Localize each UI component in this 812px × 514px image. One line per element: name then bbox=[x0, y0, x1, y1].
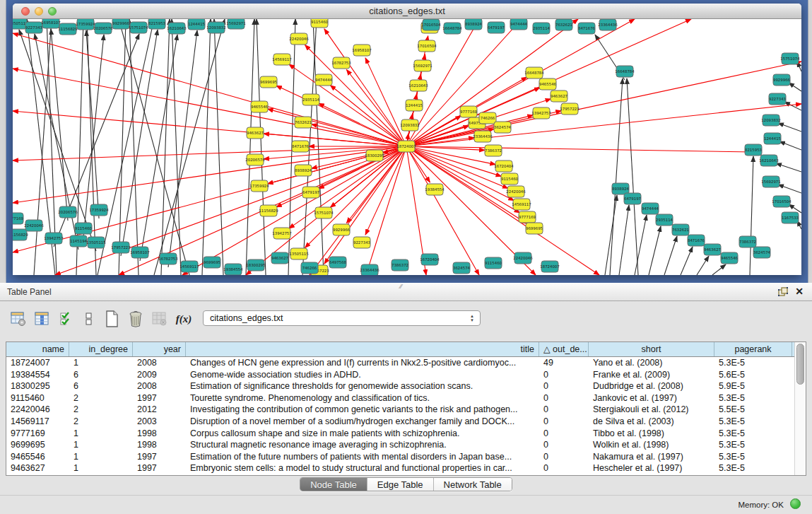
network-node[interactable]: 19384554 bbox=[223, 264, 243, 275]
network-node[interactable]: 9227343 bbox=[769, 93, 786, 105]
table-cell-year[interactable]: 1998 bbox=[133, 439, 186, 451]
table-row[interactable]: 1872400712008Changes of HCN gene express… bbox=[6, 357, 806, 369]
table-cell-name[interactable]: 9463627 bbox=[6, 462, 69, 474]
citation-edge[interactable] bbox=[154, 19, 225, 275]
network-node[interactable]: 1244415 bbox=[406, 100, 423, 111]
table-cell-name[interactable]: 9777169 bbox=[6, 428, 69, 440]
citation-edge[interactable] bbox=[697, 256, 709, 275]
table-row[interactable]: 1830029562008Estimation of significance … bbox=[6, 380, 806, 392]
scrollbar-thumb[interactable] bbox=[796, 344, 804, 385]
table-cell-in_degree[interactable]: 1 bbox=[69, 439, 133, 451]
network-node[interactable]: 14569117 bbox=[272, 54, 291, 65]
network-node[interactable]: 9929966 bbox=[773, 74, 791, 86]
network-window-titlebar[interactable]: citations_edges.txt bbox=[13, 4, 801, 19]
table-cell-in_degree[interactable]: 2 bbox=[69, 392, 133, 404]
table-cell-title[interactable]: Structural magnetic resonance image aver… bbox=[186, 439, 539, 451]
citation-edge[interactable] bbox=[19, 30, 96, 251]
vertical-scrollbar[interactable] bbox=[794, 342, 806, 475]
splitter-grip[interactable]: ⁄⁄ bbox=[400, 284, 410, 289]
citation-edge[interactable] bbox=[779, 141, 801, 150]
table-cell-year[interactable]: 1997 bbox=[133, 451, 186, 463]
hub-citation-edge[interactable] bbox=[406, 146, 527, 224]
network-node[interactable]: 20206576 bbox=[93, 23, 113, 34]
column-header-title[interactable]: title bbox=[186, 342, 539, 356]
table-cell-name[interactable]: 9465546 bbox=[6, 451, 69, 463]
network-node[interactable]: 16648784 bbox=[442, 23, 462, 34]
network-node[interactable]: 16720404 bbox=[420, 254, 440, 265]
network-node[interactable]: 16648784 bbox=[615, 66, 635, 77]
network-node[interactable]: 15692971 bbox=[761, 176, 780, 187]
network-node[interactable]: 2935114 bbox=[656, 214, 673, 226]
table-cell-in_degree[interactable]: 1 bbox=[69, 357, 133, 369]
table-cell-year[interactable]: 2003 bbox=[133, 416, 186, 428]
table-row[interactable]: 2242004622012Investigating the contribut… bbox=[6, 404, 806, 416]
table-cell-short[interactable]: Nakamura et al. (1997) bbox=[589, 451, 714, 463]
table-cell-short[interactable]: Tibbo et al. (1998) bbox=[589, 428, 714, 440]
network-node[interactable]: 12093832 bbox=[761, 115, 780, 126]
table-cell-name[interactable]: 14569117 bbox=[6, 416, 69, 428]
new-file-icon[interactable] bbox=[103, 310, 120, 328]
table-cell-title[interactable]: Corpus callosum shape and size in male p… bbox=[186, 428, 539, 440]
network-node[interactable]: 13942757 bbox=[272, 228, 291, 239]
network-node[interactable]: 18724007 bbox=[540, 261, 559, 272]
table-cell-title[interactable]: Genome-wide association studies in ADHD. bbox=[186, 369, 539, 381]
network-node[interactable]: 8471676 bbox=[578, 23, 596, 34]
citation-edge[interactable] bbox=[784, 102, 801, 110]
network-node[interactable]: 9699695 bbox=[204, 257, 220, 268]
table-cell-title[interactable]: Estimation of significance thresholds fo… bbox=[186, 380, 539, 392]
hub-citation-edge[interactable] bbox=[13, 146, 406, 160]
network-node[interactable]: 13505115 bbox=[86, 237, 105, 248]
network-node[interactable]: 7632621 bbox=[672, 224, 689, 235]
hub-network-node[interactable]: 18724007 bbox=[396, 141, 416, 152]
table-row[interactable]: 946554611997Estimation of the future num… bbox=[6, 451, 806, 463]
network-node[interactable]: 9463627 bbox=[247, 127, 264, 139]
network-node[interactable]: 16782753 bbox=[158, 253, 177, 264]
network-node[interactable]: 22420046 bbox=[513, 252, 533, 264]
network-node[interactable]: 9463627 bbox=[551, 90, 567, 102]
table-cell-name[interactable]: 18724007 bbox=[6, 357, 69, 369]
table-cell-in_degree[interactable]: 2 bbox=[69, 404, 133, 416]
network-node[interactable]: 6479197 bbox=[624, 193, 641, 204]
network-node[interactable]: 23364436 bbox=[598, 19, 618, 30]
citation-edge[interactable] bbox=[202, 19, 211, 275]
network-node[interactable]: 11156829 bbox=[58, 23, 78, 35]
network-node[interactable]: 2935114 bbox=[533, 23, 551, 34]
network-node[interactable]: 17359924 bbox=[89, 204, 109, 216]
network-node[interactable]: 16210643 bbox=[167, 23, 186, 34]
network-node[interactable]: 18300295 bbox=[246, 259, 265, 271]
table-cell-pagerank[interactable]: 5.3E-5 bbox=[714, 416, 792, 428]
table-cell-name[interactable]: 18300295 bbox=[6, 380, 69, 392]
network-node[interactable]: 22420046 bbox=[506, 186, 526, 197]
network-node[interactable]: 17016504 bbox=[417, 40, 437, 52]
network-node[interactable]: 1167533 bbox=[782, 212, 799, 223]
network-node[interactable]: 12093832 bbox=[400, 119, 419, 131]
table-cell-in_degree[interactable]: 1 bbox=[69, 428, 133, 440]
network-node[interactable]: 16958107 bbox=[352, 45, 371, 56]
zoom-window-button[interactable] bbox=[48, 7, 57, 16]
column-header-out_degree[interactable]: △ out_de... bbox=[539, 342, 589, 356]
network-node[interactable]: 9777169 bbox=[13, 213, 24, 224]
network-node[interactable]: 8215953 bbox=[745, 144, 762, 156]
network-node[interactable]: 8215953 bbox=[148, 19, 165, 29]
network-node[interactable]: 17957223 bbox=[560, 103, 579, 115]
table-cell-in_degree[interactable]: 6 bbox=[69, 369, 133, 381]
network-node[interactable]: 15751074 bbox=[129, 22, 148, 33]
table-row[interactable]: 911546021997Tourette syndrome. Phenomeno… bbox=[6, 392, 806, 404]
table-cell-short[interactable]: Hescheler et al. (1997) bbox=[589, 462, 714, 474]
table-selector-dropdown[interactable]: citations_edges.txt ▲▼ bbox=[203, 310, 481, 326]
table-cell-title[interactable]: Disruption of a novel member of a sodium… bbox=[186, 416, 539, 428]
citation-edge[interactable] bbox=[681, 247, 693, 275]
table-cell-title[interactable]: Tourette syndrome. Phenomenology and cla… bbox=[186, 392, 539, 404]
table-cell-out_degree[interactable]: 0 bbox=[539, 392, 589, 404]
table-cell-out_degree[interactable]: 0 bbox=[539, 369, 589, 381]
citation-edge[interactable] bbox=[119, 19, 126, 275]
table-cell-out_degree[interactable]: 0 bbox=[539, 380, 589, 392]
network-node[interactable]: 18300295 bbox=[365, 150, 384, 161]
network-node[interactable]: 9929966 bbox=[112, 19, 130, 29]
table-cell-year[interactable]: 2012 bbox=[133, 404, 186, 416]
column-header-short[interactable]: short bbox=[589, 342, 714, 356]
table-cell-title[interactable]: Embryonic stem cells: a model to study s… bbox=[186, 462, 539, 474]
network-node[interactable]: 16958107 bbox=[130, 247, 149, 258]
network-node[interactable]: 22420046 bbox=[24, 220, 44, 231]
network-node[interactable]: 14569117 bbox=[180, 261, 199, 272]
